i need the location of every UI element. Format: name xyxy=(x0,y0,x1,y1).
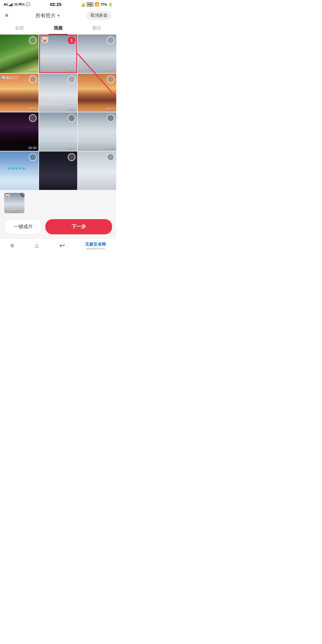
media-cell-4[interactable]: 🔄格式工厂 00:51 xyxy=(0,74,38,112)
pig-emoji-2: 🐷 xyxy=(41,36,49,44)
nav-menu-button[interactable]: ≡ xyxy=(10,242,14,250)
auto-create-button[interactable]: 一键成片 xyxy=(4,219,42,234)
header-title[interactable]: 所有照片 ▾ xyxy=(35,12,60,19)
media-cell-9[interactable]: 00:30 xyxy=(78,112,116,151)
cancel-multi-select-button[interactable]: 取消多选 xyxy=(86,11,112,20)
filter-tabs: 全部 视频 图片 xyxy=(0,23,116,35)
duration-label-4: 00:51 xyxy=(28,107,37,111)
duration-label-7: 00:50 xyxy=(28,146,37,150)
select-circle-5 xyxy=(68,75,75,83)
duration-label-5: 00:14 xyxy=(67,107,76,111)
watermark-5: 手机惊鸿一格何水清澈 xyxy=(41,103,62,106)
media-cell-5[interactable]: 手机惊鸿一格何水清澈 00:14 xyxy=(39,74,78,112)
media-cell-2[interactable]: 🐷 1 00:17 xyxy=(39,35,78,73)
media-cell-8[interactable]: 00:14 xyxy=(39,112,78,151)
speed-label: 12.3K/s xyxy=(14,3,25,6)
media-cell-12[interactable] xyxy=(78,151,116,190)
pig-emoji-preview: 🐷 xyxy=(5,193,10,198)
network-label: 4G xyxy=(4,3,8,6)
media-cell-6[interactable]: 00:07 xyxy=(78,74,116,112)
next-step-button[interactable]: 下一步 xyxy=(45,219,112,234)
select-circle-8 xyxy=(68,114,75,122)
select-circle-4 xyxy=(29,75,37,83)
select-circle-12 xyxy=(107,153,114,161)
tab-video[interactable]: 视频 xyxy=(39,25,78,34)
nav-bar: ≡ ⌂ ↩ 无极安卓网 wjhotelgroup.com xyxy=(0,239,116,254)
signal-icon xyxy=(9,3,13,6)
tab-all[interactable]: 全部 xyxy=(0,25,39,34)
header: × 所有照片 ▾ 取消多选 xyxy=(0,8,116,23)
status-right: 🔔 HD 📶 77% 🔋 xyxy=(81,2,113,7)
duration-label-1: 00:06 xyxy=(28,68,37,72)
wechat-icon: 💬 xyxy=(26,2,30,7)
select-circle-10 xyxy=(29,153,37,161)
select-circle-11 xyxy=(68,153,75,161)
battery-label: 77% xyxy=(100,3,107,6)
nav-back-button[interactable]: ↩ xyxy=(59,242,65,250)
nav-home-button[interactable]: ⌂ xyxy=(35,242,38,250)
media-cell-3[interactable]: 00:17 xyxy=(78,35,116,73)
media-grid: 00:06 🐷 1 00:17 00:17 🔄格式工厂 00:51 手机惊鸿一格… xyxy=(0,35,116,190)
status-left: 4G 12.3K/s 💬 xyxy=(4,2,30,7)
album-title-label: 所有照片 xyxy=(35,12,56,19)
brand-icon: 无极安卓网 xyxy=(85,242,106,247)
duration-label-3: 00:17 xyxy=(106,68,114,72)
time-label: 02:25 xyxy=(50,2,61,7)
status-bar: 4G 12.3K/s 💬 02:25 🔔 HD 📶 77% 🔋 xyxy=(0,0,116,8)
duration-label-6: 00:07 xyxy=(106,107,114,111)
menu-icon: ≡ xyxy=(10,242,14,250)
remove-selected-button[interactable]: × xyxy=(20,193,24,197)
selected-badge-2: 1 xyxy=(68,36,75,44)
battery-icon: 🔋 xyxy=(108,2,113,7)
close-button[interactable]: × xyxy=(5,12,9,19)
media-grid-wrapper: 00:06 🐷 1 00:17 00:17 🔄格式工厂 00:51 手机惊鸿一格… xyxy=(0,35,116,190)
action-row: 一键成片 下一步 xyxy=(0,216,116,239)
duration-label-9: 00:30 xyxy=(106,146,114,150)
select-circle-9 xyxy=(107,114,114,122)
tab-photo[interactable]: 图片 xyxy=(78,25,116,34)
select-circle-3 xyxy=(107,36,114,44)
media-cell-1[interactable]: 00:06 xyxy=(0,35,38,73)
preview-thumb[interactable]: 🐷 × 00:17 xyxy=(4,193,24,213)
brand-logo: 无极安卓网 wjhotelgroup.com xyxy=(85,242,106,250)
hd-label: HD xyxy=(87,2,93,7)
selected-preview-bar: 🐷 × 00:17 xyxy=(0,190,116,216)
media-cell-10[interactable]: 🐦🐦🐦🐦🐦 xyxy=(0,151,38,190)
duration-label-8: 00:14 xyxy=(67,146,76,150)
home-icon: ⌂ xyxy=(35,242,38,250)
duration-label-2: 00:17 xyxy=(67,68,76,72)
preview-duration-label: 00:17 xyxy=(10,209,18,212)
back-icon: ↩ xyxy=(59,242,65,250)
chevron-down-icon: ▾ xyxy=(58,13,60,18)
select-circle-7 xyxy=(29,114,37,122)
media-cell-11[interactable] xyxy=(39,151,78,190)
media-cell-7[interactable]: 00:50 xyxy=(0,112,38,151)
brand-url: wjhotelgroup.com xyxy=(86,247,105,250)
notification-icon: 🔔 xyxy=(81,2,86,7)
wifi-icon: 📶 xyxy=(95,2,99,7)
select-circle-6 xyxy=(107,75,114,83)
select-circle-1 xyxy=(29,36,37,44)
